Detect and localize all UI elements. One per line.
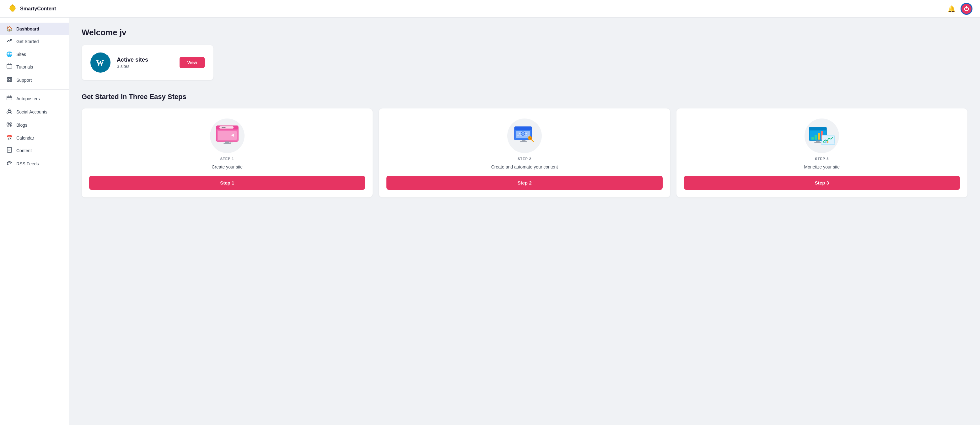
calendar-icon: 📅: [6, 135, 13, 141]
svg-text:W: W: [8, 123, 11, 126]
steps-section-title: Get Started In Three Easy Steps: [82, 93, 967, 101]
steps-grid: www STEP 1: [82, 109, 967, 197]
svg-rect-33: [218, 131, 237, 140]
svg-rect-2: [8, 64, 9, 64]
svg-point-14: [9, 109, 10, 111]
sidebar-label-calendar: Calendar: [16, 136, 34, 141]
active-sites-info: Active sites 3 sites: [117, 57, 173, 69]
autoposters-icon: [6, 95, 13, 102]
svg-rect-39: [223, 143, 231, 144]
get-started-icon: [6, 38, 13, 45]
svg-rect-1: [7, 64, 12, 68]
sidebar-label-social-accounts: Social Accounts: [16, 109, 48, 114]
svg-rect-59: [814, 142, 821, 143]
step-card-1: www STEP 1: [82, 109, 372, 197]
content-icon: [6, 147, 13, 154]
sidebar-label-sites: Sites: [16, 52, 26, 57]
svg-point-26: [7, 164, 8, 165]
power-button[interactable]: [961, 3, 972, 15]
svg-rect-53: [809, 127, 827, 131]
svg-text:www: www: [221, 127, 226, 129]
svg-line-18: [10, 110, 11, 112]
tutorials-icon: [6, 64, 13, 70]
sidebar-item-calendar[interactable]: 📅 Calendar: [0, 132, 69, 144]
active-sites-card: W Active sites 3 sites View: [82, 45, 213, 80]
active-sites-count: 3 sites: [117, 64, 173, 69]
sites-icon: 🌐: [6, 51, 13, 57]
svg-rect-41: [514, 127, 532, 130]
svg-line-17: [8, 110, 9, 112]
step1-description: Create your site: [212, 165, 243, 169]
step2-description: Create and automate your content: [491, 165, 558, 169]
svg-rect-10: [7, 96, 12, 100]
app-name: SmartyContent: [20, 6, 56, 12]
sidebar-label-autoposters: Autoposters: [16, 96, 40, 101]
sidebar-item-get-started[interactable]: Get Started: [0, 35, 69, 48]
svg-rect-61: [821, 144, 835, 145]
svg-point-45: [525, 133, 527, 134]
sidebar-label-get-started: Get Started: [16, 39, 39, 44]
sidebar-label-dashboard: Dashboard: [16, 26, 39, 32]
svg-rect-62: [823, 142, 825, 143]
step2-button[interactable]: Step 2: [387, 176, 662, 190]
view-sites-button[interactable]: View: [180, 57, 205, 68]
step1-label: STEP 1: [220, 157, 234, 161]
svg-rect-55: [815, 135, 817, 139]
step3-description: Monetize your site: [804, 165, 840, 169]
svg-rect-54: [811, 137, 814, 139]
step3-label: STEP 3: [815, 157, 829, 161]
page-title: Welcome jv: [82, 28, 967, 37]
svg-rect-3: [10, 64, 11, 64]
main-content: Welcome jv W Active sites 3 sites View G…: [69, 18, 980, 425]
step3-illustration: [805, 118, 839, 153]
sidebar-item-blogs[interactable]: W Blogs: [0, 118, 69, 132]
step2-label: STEP 2: [518, 157, 531, 161]
svg-rect-56: [818, 133, 820, 139]
step-card-2: STEP 2 Create and automate your content …: [379, 109, 670, 197]
wordpress-logo: W: [91, 53, 110, 73]
svg-rect-64: [827, 141, 828, 143]
sidebar-label-blogs: Blogs: [16, 123, 27, 128]
sidebar-divider: [0, 89, 69, 89]
svg-point-51: [522, 133, 524, 134]
dashboard-icon: 🏠: [6, 26, 13, 32]
sidebar-item-tutorials[interactable]: Tutorials: [0, 60, 69, 73]
notifications-icon[interactable]: 🔔: [948, 5, 956, 13]
app-logo: SmartyContent: [8, 4, 56, 14]
sidebar-label-rss-feeds: RSS Feeds: [16, 161, 39, 166]
svg-point-5: [8, 78, 10, 80]
sidebar-item-social-accounts[interactable]: Social Accounts: [0, 105, 69, 118]
step3-button[interactable]: Step 3: [684, 176, 960, 190]
sidebar-label-content: Content: [16, 148, 32, 153]
app-layout: 🏠 Dashboard Get Started 🌐 Sites: [0, 18, 980, 425]
sidebar-item-content[interactable]: Content: [0, 144, 69, 157]
sidebar: 🏠 Dashboard Get Started 🌐 Sites: [0, 18, 69, 425]
step1-illustration: www: [210, 118, 245, 153]
sidebar-label-support: Support: [16, 78, 32, 83]
rss-feeds-icon: [6, 160, 13, 167]
app-header: SmartyContent 🔔: [0, 0, 980, 18]
svg-point-15: [7, 112, 8, 113]
logo-icon: [8, 4, 18, 14]
social-accounts-icon: [6, 109, 13, 115]
sidebar-item-rss-feeds[interactable]: RSS Feeds: [0, 157, 69, 170]
svg-rect-48: [520, 141, 527, 142]
sidebar-item-support[interactable]: Support: [0, 73, 69, 87]
sidebar-item-dashboard[interactable]: 🏠 Dashboard: [0, 22, 69, 35]
svg-text:W: W: [96, 59, 104, 67]
svg-rect-63: [825, 141, 827, 143]
blogs-icon: W: [6, 121, 13, 129]
step1-button[interactable]: Step 1: [89, 176, 365, 190]
sidebar-item-sites[interactable]: 🌐 Sites: [0, 48, 69, 60]
support-icon: [6, 77, 13, 84]
svg-point-37: [231, 142, 232, 143]
sidebar-label-tutorials: Tutorials: [16, 64, 33, 69]
step-card-3: STEP 3 Monetize your site Step 3: [676, 109, 967, 197]
svg-point-16: [11, 112, 12, 113]
step2-illustration: [507, 118, 542, 153]
header-actions: 🔔: [948, 3, 972, 15]
svg-point-43: [519, 133, 520, 134]
sidebar-item-autoposters[interactable]: Autoposters: [0, 92, 69, 105]
active-sites-title: Active sites: [117, 57, 173, 63]
